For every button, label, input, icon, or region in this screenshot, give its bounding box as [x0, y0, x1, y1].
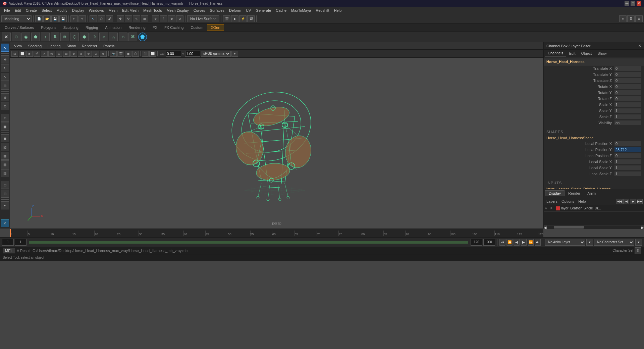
- vp-tool-10[interactable]: ⊘: [78, 51, 85, 57]
- snap-surface-btn[interactable]: ⊘: [176, 15, 183, 22]
- tab-sculpting[interactable]: Sculpting: [60, 24, 82, 31]
- tab-rendering[interactable]: Rendering: [125, 24, 149, 31]
- vp-tool-4[interactable]: ⏎: [34, 51, 40, 57]
- xgen-icon4[interactable]: ⬟: [31, 33, 40, 41]
- vp-tool-3[interactable]: ▶: [26, 51, 33, 57]
- right-hscroll-thumb[interactable]: [554, 226, 584, 229]
- vp-tool-cam2[interactable]: 🎬: [117, 51, 124, 57]
- channel-tx-value[interactable]: 0: [614, 66, 641, 71]
- select-tool-btn[interactable]: ↖: [90, 15, 97, 22]
- vp-tool-cam1[interactable]: 📷: [110, 51, 117, 57]
- layer-btn1[interactable]: ◀◀: [616, 199, 623, 204]
- xgen-icon6[interactable]: ⇅: [51, 33, 59, 41]
- channel-lpx-value[interactable]: 0: [614, 141, 641, 146]
- vp-menu-shading[interactable]: Shading: [25, 43, 44, 49]
- xgen-icon10[interactable]: ☽: [90, 33, 98, 41]
- menu-curves[interactable]: Curves: [192, 8, 207, 13]
- vp-tool-8[interactable]: ⊞: [63, 51, 70, 57]
- btab-render[interactable]: Render: [565, 191, 584, 196]
- move-btn[interactable]: ✥: [117, 15, 124, 22]
- tab-fx[interactable]: FX: [149, 24, 161, 31]
- close-button[interactable]: ✕: [637, 1, 641, 6]
- menu-maxtomaya[interactable]: MaxToMaya: [289, 8, 313, 13]
- channel-local-px[interactable]: Local Position X 0: [544, 141, 644, 147]
- vp-menu-show[interactable]: Show: [64, 43, 79, 49]
- no-live-surface-btn[interactable]: No Live Surface: [187, 15, 219, 22]
- open-btn[interactable]: 📂: [43, 15, 51, 22]
- sculpt-tool[interactable]: ⊕: [1, 93, 9, 101]
- new-btn[interactable]: 📄: [35, 15, 43, 22]
- menu-select[interactable]: Select: [40, 8, 54, 13]
- channel-translate-z[interactable]: Translate Z 0: [544, 78, 644, 84]
- menu-deform[interactable]: Deform: [227, 8, 243, 13]
- channel-translate-x[interactable]: Translate X 0: [544, 65, 644, 71]
- vp-tool-12[interactable]: ⊙: [93, 51, 99, 57]
- current-frame-input[interactable]: [15, 239, 26, 246]
- go-end-btn[interactable]: ⏭: [535, 239, 541, 246]
- go-start-btn[interactable]: ⏮: [499, 239, 505, 246]
- channel-local-sz[interactable]: Local Scale Z 1: [544, 171, 644, 177]
- current-frame-indicator[interactable]: [10, 229, 11, 237]
- channel-rotate-y[interactable]: Rotate Y 0: [544, 90, 644, 96]
- tab-fx-caching[interactable]: FX Caching: [161, 24, 187, 31]
- paint-sel-btn[interactable]: 🖌: [106, 15, 113, 22]
- vp-tool-2[interactable]: ⬜: [19, 51, 25, 57]
- tab-animation[interactable]: Animation: [102, 24, 125, 31]
- step-back-btn[interactable]: ⏪: [506, 239, 513, 246]
- char-set-select[interactable]: No Character Set: [594, 239, 634, 246]
- range-bar[interactable]: [29, 241, 468, 244]
- render-btn[interactable]: ▶: [231, 15, 238, 22]
- layers-btn[interactable]: Layers: [545, 199, 559, 204]
- right-hscroll[interactable]: ◀ ▶: [544, 225, 644, 229]
- xgen-icon7[interactable]: ⧉: [60, 33, 69, 41]
- channel-rotate-x[interactable]: Rotate X 0: [544, 84, 644, 90]
- channel-vis-value[interactable]: on: [614, 120, 641, 125]
- gamma-input[interactable]: 1.00: [185, 51, 200, 57]
- layer-btn2[interactable]: ◀: [623, 199, 629, 204]
- tab-show[interactable]: Show: [595, 51, 609, 56]
- xgen-icon14[interactable]: ⌘: [128, 33, 137, 41]
- vp-menu-lighting[interactable]: Lighting: [45, 43, 63, 49]
- xgen-icon1[interactable]: ✕: [2, 33, 11, 41]
- layer-row-1[interactable]: V P layer_Leather_Single_Dr...: [544, 205, 644, 212]
- transform-btn[interactable]: ⊞: [141, 15, 148, 22]
- play-back-btn[interactable]: ◀: [514, 239, 520, 246]
- vp-tool-6[interactable]: ◎: [48, 51, 55, 57]
- minimize-button[interactable]: —: [625, 1, 629, 6]
- vp-menu-renderer[interactable]: Renderer: [79, 43, 100, 49]
- help-btn[interactable]: Help: [577, 199, 587, 204]
- tool-16[interactable]: ▦: [1, 152, 9, 160]
- layer-btn3[interactable]: ▶: [630, 199, 636, 204]
- xgen-icon2[interactable]: ⊙: [12, 33, 20, 41]
- tab-curves-surfaces[interactable]: Curves / Surfaces: [1, 24, 37, 31]
- channel-lsx-value[interactable]: 1: [614, 159, 641, 164]
- status-mode-label[interactable]: MEL: [3, 248, 15, 253]
- channel-box-close[interactable]: ✕: [638, 44, 641, 48]
- vp-tool-7[interactable]: ⊟: [56, 51, 62, 57]
- tool-settings-btn[interactable]: ⚙: [635, 15, 643, 22]
- channel-local-py[interactable]: Local Position Y 28.712: [544, 147, 644, 153]
- xgen-special-icon[interactable]: ⬟: [138, 33, 147, 41]
- channel-rx-value[interactable]: 0: [614, 84, 641, 89]
- IPR-btn[interactable]: ⚡: [239, 15, 247, 22]
- menu-modify[interactable]: Modify: [54, 8, 69, 13]
- tool-15[interactable]: ▨: [1, 143, 9, 151]
- menu-redshift[interactable]: Redshift: [314, 8, 331, 13]
- snap-curve-btn[interactable]: ⌇: [160, 15, 167, 22]
- transform-tool[interactable]: ⊞: [1, 82, 9, 90]
- xgen-icon3[interactable]: ◉: [21, 33, 30, 41]
- color-settings-btn[interactable]: ▼: [231, 51, 238, 57]
- channel-scale-z[interactable]: Scale Z 1: [544, 114, 644, 120]
- vp-tool-11[interactable]: ⊛: [85, 51, 92, 57]
- menu-generate[interactable]: Generate: [254, 8, 273, 13]
- channel-scale-y[interactable]: Scale Y 1: [544, 108, 644, 114]
- right-scroll-left[interactable]: ◀: [544, 226, 547, 229]
- expand-tools[interactable]: ▼: [1, 201, 9, 209]
- undo-btn[interactable]: ↩: [70, 15, 78, 22]
- render-preview[interactable]: ◼: [1, 134, 9, 142]
- menu-mesh-display[interactable]: Mesh Display: [165, 8, 191, 13]
- tool-19[interactable]: ⊡: [1, 181, 9, 189]
- anim-layer-menu-btn[interactable]: ▼: [586, 239, 593, 246]
- xgen-icon11[interactable]: ⍟: [99, 33, 108, 41]
- channel-local-pz[interactable]: Local Position Z 0: [544, 153, 644, 159]
